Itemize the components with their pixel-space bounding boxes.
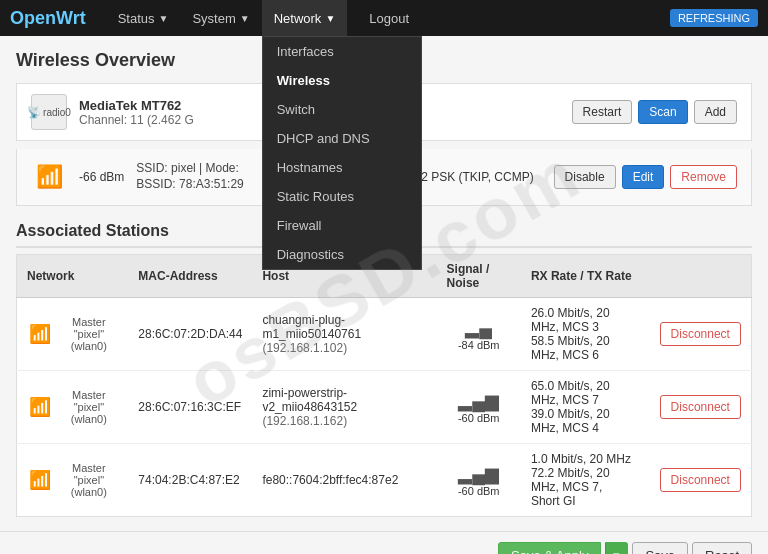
stations-table: Network MAC-Address Host Signal / Noise … — [16, 254, 752, 517]
menu-switch[interactable]: Switch — [263, 95, 421, 124]
station-host-0: chuangmi-plug-m1_miio50140761(192.168.1.… — [252, 298, 436, 371]
menu-diagnostics[interactable]: Diagnostics — [263, 240, 421, 269]
menu-static-routes[interactable]: Static Routes — [263, 182, 421, 211]
station-signal-0: ▂▄ -84 dBm — [437, 298, 521, 371]
station-rate-0: 26.0 Mbit/s, 20 MHz, MCS 358.5 Mbit/s, 2… — [521, 298, 650, 371]
col-actions — [650, 255, 752, 298]
footer-bar: Save & Apply ▾ Save Reset — [0, 531, 768, 554]
station-mac-2: 74:04:2B:C4:87:E2 — [128, 444, 252, 517]
station-mac-0: 28:6C:07:2D:DA:44 — [128, 298, 252, 371]
station-actions-0: Disconnect — [650, 298, 752, 371]
station-network-label: Master "pixel" (wlan0) — [59, 389, 118, 425]
station-wifi-icon: 📶 — [27, 392, 53, 422]
system-arrow-icon: ▼ — [240, 13, 250, 24]
menu-wireless[interactable]: Wireless — [263, 66, 421, 95]
edit-button[interactable]: Edit — [622, 165, 665, 189]
signal-dbm-label: -66 dBm — [79, 170, 124, 184]
menu-interfaces[interactable]: Interfaces — [263, 37, 421, 66]
signal-strength-icon: 📶 — [31, 159, 67, 195]
disconnect-button[interactable]: Disconnect — [660, 468, 741, 492]
disconnect-button[interactable]: Disconnect — [660, 322, 741, 346]
station-network-2: 📶 Master "pixel" (wlan0) — [17, 444, 129, 517]
nav-network[interactable]: Network ▼ Interfaces Wireless Switch DHC… — [262, 0, 348, 36]
nav-system[interactable]: System ▼ — [180, 0, 261, 36]
disable-button[interactable]: Disable — [554, 165, 616, 189]
nav-logout[interactable]: Logout — [357, 0, 421, 36]
disconnect-button[interactable]: Disconnect — [660, 395, 741, 419]
signal-dbm: -84 dBm — [447, 339, 511, 351]
brand-logo: OpenWrt — [10, 8, 86, 29]
signal-bars-icon: ▂▄ — [465, 317, 492, 339]
station-actions-2: Disconnect — [650, 444, 752, 517]
station-wifi-icon: 📶 — [27, 319, 53, 349]
status-arrow-icon: ▼ — [159, 13, 169, 24]
signal-dbm: -60 dBm — [447, 485, 511, 497]
brand-text: OpenWrt — [10, 8, 86, 28]
col-mac: MAC-Address — [128, 255, 252, 298]
station-network-1: 📶 Master "pixel" (wlan0) — [17, 371, 129, 444]
radio-actions: Restart Scan Add — [572, 100, 737, 124]
remove-button[interactable]: Remove — [670, 165, 737, 189]
refreshing-badge: REFRESHING — [670, 9, 758, 27]
menu-hostnames[interactable]: Hostnames — [263, 153, 421, 182]
network-dropdown: Interfaces Wireless Switch DHCP and DNS … — [262, 36, 422, 270]
station-actions-1: Disconnect — [650, 371, 752, 444]
scan-button[interactable]: Scan — [638, 100, 687, 124]
station-network-0: 📶 Master "pixel" (wlan0) — [17, 298, 129, 371]
station-network-label: Master "pixel" (wlan0) — [59, 316, 118, 352]
nav-status[interactable]: Status ▼ — [106, 0, 181, 36]
station-host-1: zimi-powerstrip-v2_miio48643152(192.168.… — [252, 371, 436, 444]
restart-button[interactable]: Restart — [572, 100, 633, 124]
menu-dhcp-dns[interactable]: DHCP and DNS — [263, 124, 421, 153]
col-rate: RX Rate / TX Rate — [521, 255, 650, 298]
station-signal-2: ▂▄▆ -60 dBm — [437, 444, 521, 517]
station-signal-1: ▂▄▆ -60 dBm — [437, 371, 521, 444]
save-button[interactable]: Save — [632, 542, 688, 554]
station-mac-1: 28:6C:07:16:3C:EF — [128, 371, 252, 444]
station-wifi-icon: 📶 — [27, 465, 53, 495]
col-signal: Signal / Noise — [437, 255, 521, 298]
col-network: Network — [17, 255, 129, 298]
table-row: 📶 Master "pixel" (wlan0) 74:04:2B:C4:87:… — [17, 444, 752, 517]
network-arrow-icon: ▼ — [325, 13, 335, 24]
table-row: 📶 Master "pixel" (wlan0) 28:6C:07:2D:DA:… — [17, 298, 752, 371]
navbar: OpenWrt Status ▼ System ▼ Network ▼ Inte… — [0, 0, 768, 36]
save-apply-arrow-button[interactable]: ▾ — [605, 542, 628, 554]
save-apply-button[interactable]: Save & Apply — [498, 542, 601, 554]
signal-dbm: -60 dBm — [447, 412, 511, 424]
radio-icon-symbol: 📡 — [27, 106, 41, 119]
station-rate-2: 1.0 Mbit/s, 20 MHz72.2 Mbit/s, 20 MHz, M… — [521, 444, 650, 517]
station-rate-1: 65.0 Mbit/s, 20 MHz, MCS 739.0 Mbit/s, 2… — [521, 371, 650, 444]
ssid-actions: Disable Edit Remove — [554, 165, 737, 189]
station-host-2: fe80::7604:2bff:fec4:87e2 — [252, 444, 436, 517]
station-network-label: Master "pixel" (wlan0) — [59, 462, 118, 498]
signal-bars-icon: ▂▄▆ — [458, 390, 499, 412]
nav-menu: Status ▼ System ▼ Network ▼ Interfaces W… — [106, 0, 421, 36]
table-row: 📶 Master "pixel" (wlan0) 28:6C:07:16:3C:… — [17, 371, 752, 444]
add-button[interactable]: Add — [694, 100, 737, 124]
menu-firewall[interactable]: Firewall — [263, 211, 421, 240]
signal-bars-icon: ▂▄▆ — [458, 463, 499, 485]
reset-button[interactable]: Reset — [692, 542, 752, 554]
radio-icon: 📡 radio0 — [31, 94, 67, 130]
